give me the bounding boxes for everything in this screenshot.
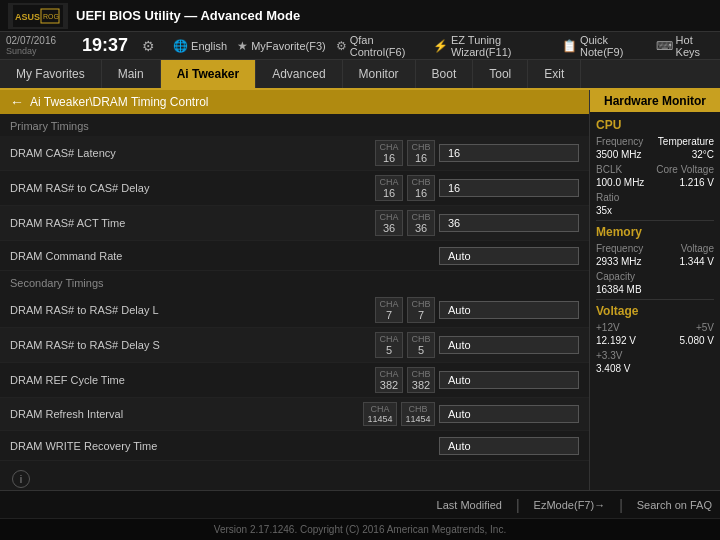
setting-dram-write-recovery[interactable]: DRAM WRITE Recovery Time Auto — [0, 431, 589, 461]
dram-cmd-rate-label: DRAM Command Rate — [10, 250, 439, 262]
status-divider-1: | — [516, 497, 520, 513]
hw-33v-val-row: 3.408 V — [596, 363, 714, 374]
hw-cpu-freq-label: Frequency — [596, 136, 643, 147]
hw-ratio-row: Ratio — [596, 192, 714, 203]
nav-tabs: My Favorites Main Ai Tweaker Advanced Mo… — [0, 60, 720, 90]
hw-mem-freq-row: Frequency Voltage — [596, 243, 714, 254]
toolbar: 02/07/2016 Sunday 19:37 ⚙ 🌐 English ★ My… — [0, 32, 720, 60]
time-display: 19:37 — [82, 35, 128, 56]
hw-bclk-val-row: 100.0 MHz 1.216 V — [596, 177, 714, 188]
ezmode-button[interactable]: EzMode(F7)→ — [534, 499, 606, 511]
hw-ratio-value: 35x — [596, 205, 612, 216]
note-icon: 📋 — [562, 39, 577, 53]
dram-write-recovery-label: DRAM WRITE Recovery Time — [10, 440, 439, 452]
value-dram-cmd-rate[interactable]: Auto — [439, 247, 579, 265]
hw-mem-volt-label: Voltage — [681, 243, 714, 254]
tab-ai-tweaker[interactable]: Ai Tweaker — [161, 60, 256, 88]
tab-my-favorites[interactable]: My Favorites — [0, 60, 102, 88]
hardware-monitor-panel: Hardware Monitor CPU Frequency Temperatu… — [590, 90, 720, 490]
hw-bclk-value: 100.0 MHz — [596, 177, 644, 188]
last-modified-button[interactable]: Last Modified — [437, 499, 502, 511]
hw-mem-freq-value: 2933 MHz — [596, 256, 642, 267]
datetime-display: 02/07/2016 Sunday — [6, 35, 66, 56]
qfan-label: Qfan Control(F6) — [350, 34, 423, 58]
quicknote-button[interactable]: 📋 Quick Note(F9) — [562, 34, 646, 58]
chb-box-ras-ras-s: CHB 5 — [407, 332, 435, 358]
hw-mem-freq-val-row: 2933 MHz 1.344 V — [596, 256, 714, 267]
tab-advanced[interactable]: Advanced — [256, 60, 342, 88]
hw-12v-val-row: 12.192 V 5.080 V — [596, 335, 714, 346]
setting-dram-ras-ras-l[interactable]: DRAM RAS# to RAS# Delay L CHA 7 CHB 7 Au… — [0, 293, 589, 328]
title-text: UEFI BIOS Utility — Advanced Mode — [76, 8, 300, 23]
myfavorite-button[interactable]: ★ MyFavorite(F3) — [237, 39, 326, 53]
hw-cpu-freq-value: 3500 MHz — [596, 149, 642, 160]
section-secondary-timings: Secondary Timings — [0, 271, 589, 293]
hw-33v-value: 3.408 V — [596, 363, 630, 374]
qfan-button[interactable]: ⚙ Qfan Control(F6) — [336, 34, 423, 58]
hw-ratio-val-row: 35x — [596, 205, 714, 216]
left-content: ← Ai Tweaker\DRAM Timing Control Primary… — [0, 90, 590, 490]
tab-main[interactable]: Main — [102, 60, 161, 88]
hw-memory-section: Memory — [596, 225, 714, 239]
tab-tool[interactable]: Tool — [473, 60, 528, 88]
lightning-icon: ⚡ — [433, 39, 448, 53]
value-dram-refresh-interval[interactable]: Auto — [439, 405, 579, 423]
dram-ref-cycle-controls: CHA 382 CHB 382 Auto — [375, 367, 579, 393]
setting-dram-ras-cas-delay[interactable]: DRAM RAS# to CAS# Delay CHA 16 CHB 16 16 — [0, 171, 589, 206]
value-dram-ras-act[interactable]: 36 — [439, 214, 579, 232]
back-arrow-icon[interactable]: ← — [10, 94, 24, 110]
tab-monitor[interactable]: Monitor — [343, 60, 416, 88]
value-dram-ras-cas[interactable]: 16 — [439, 179, 579, 197]
cha-box-refresh-interval: CHA 11454 — [363, 402, 397, 426]
setting-dram-cas-latency[interactable]: DRAM CAS# Latency CHA 16 CHB 16 16 — [0, 136, 589, 171]
logo: ASUS ROG — [8, 3, 68, 29]
section-primary-timings: Primary Timings — [0, 114, 589, 136]
svg-text:ROG: ROG — [43, 13, 59, 20]
eztuning-label: EZ Tuning Wizard(F11) — [451, 34, 552, 58]
breadcrumb-path: Ai Tweaker\DRAM Timing Control — [30, 95, 209, 109]
hw-capacity-label: Capacity — [596, 271, 635, 282]
cha-box-ras-ras-s: CHA 5 — [375, 332, 403, 358]
setting-dram-ras-ras-s[interactable]: DRAM RAS# to RAS# Delay S CHA 5 CHB 5 Au… — [0, 328, 589, 363]
setting-dram-ref-cycle[interactable]: DRAM REF Cycle Time CHA 382 CHB 382 Auto — [0, 363, 589, 398]
hw-12v-value: 12.192 V — [596, 335, 636, 346]
hotkeys-button[interactable]: ⌨ Hot Keys — [656, 34, 714, 58]
value-dram-ref-cycle[interactable]: Auto — [439, 371, 579, 389]
dram-cas-label: DRAM CAS# Latency — [10, 147, 375, 159]
breadcrumb: ← Ai Tweaker\DRAM Timing Control — [0, 90, 589, 114]
search-faq-button[interactable]: Search on FAQ — [637, 499, 712, 511]
setting-dram-ras-act[interactable]: DRAM RAS# ACT Time CHA 36 CHB 36 36 — [0, 206, 589, 241]
hw-5v-label: +5V — [696, 322, 714, 333]
hw-corevolt-value: 1.216 V — [680, 177, 714, 188]
hw-ratio-label: Ratio — [596, 192, 619, 203]
setting-dram-command-rate[interactable]: DRAM Command Rate Auto — [0, 241, 589, 271]
language-label: English — [191, 40, 227, 52]
hw-mem-freq-label: Frequency — [596, 243, 643, 254]
status-divider-2: | — [619, 497, 623, 513]
hw-5v-value: 5.080 V — [680, 335, 714, 346]
hw-33v-label: +3.3V — [596, 350, 622, 361]
footer-text: Version 2.17.1246. Copyright (C) 2016 Am… — [214, 524, 506, 535]
cha-box-ras-act: CHA 36 — [375, 210, 403, 236]
value-dram-ras-ras-s[interactable]: Auto — [439, 336, 579, 354]
language-selector[interactable]: 🌐 English — [173, 39, 227, 53]
hw-mem-volt-value: 1.344 V — [680, 256, 714, 267]
tab-exit[interactable]: Exit — [528, 60, 581, 88]
hw-cpu-section: CPU — [596, 118, 714, 132]
info-icon[interactable]: i — [12, 470, 30, 488]
chb-box-ref-cycle: CHB 382 — [407, 367, 435, 393]
value-dram-ras-ras-l[interactable]: Auto — [439, 301, 579, 319]
cha-box-ras-cas: CHA 16 — [375, 175, 403, 201]
chb-box-ras-act: CHB 36 — [407, 210, 435, 236]
eztuning-button[interactable]: ⚡ EZ Tuning Wizard(F11) — [433, 34, 552, 58]
tab-boot[interactable]: Boot — [416, 60, 474, 88]
setting-dram-refresh-interval[interactable]: DRAM Refresh Interval CHA 11454 CHB 1145… — [0, 398, 589, 431]
cha-box-ras-ras-l: CHA 7 — [375, 297, 403, 323]
value-dram-write-recovery[interactable]: Auto — [439, 437, 579, 455]
dram-ras-act-controls: CHA 36 CHB 36 36 — [375, 210, 579, 236]
dram-ras-act-label: DRAM RAS# ACT Time — [10, 217, 375, 229]
value-dram-cas[interactable]: 16 — [439, 144, 579, 162]
dram-refresh-interval-controls: CHA 11454 CHB 11454 Auto — [363, 402, 579, 426]
hw-divider-1 — [596, 220, 714, 221]
dram-ras-cas-controls: CHA 16 CHB 16 16 — [375, 175, 579, 201]
